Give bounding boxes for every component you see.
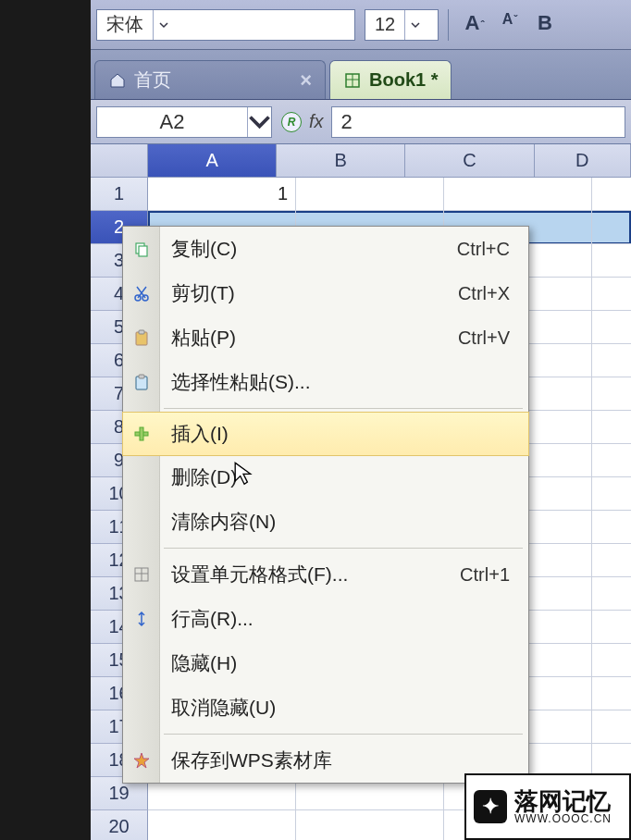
context-menu-item[interactable]: 清除内容(N) [123,500,528,544]
cell-D11[interactable] [592,511,631,544]
context-menu-separator [164,548,523,549]
context-menu-label: 删除(D) [171,464,237,490]
blank-icon [130,511,153,533]
formula-input[interactable]: 2 [331,106,625,138]
context-menu-shortcut: Ctrl+1 [460,564,510,586]
select-all-corner[interactable] [91,144,148,178]
cell-D12[interactable] [592,544,631,577]
cell-D2[interactable] [592,211,631,244]
formula-bar: A2 R fx 2 [91,100,631,144]
chevron-down-icon [247,107,271,137]
context-menu-item[interactable]: 选择性粘贴(S)... [123,360,528,404]
decrease-font-button[interactable]: Aˇ [493,11,526,39]
cell-A20[interactable] [148,810,296,840]
column-headers: ABCD [148,144,631,178]
toolbar-separator [448,9,449,41]
blank-icon [130,466,153,488]
cell-D16[interactable] [592,677,631,710]
chevron-down-icon [404,10,425,40]
row-header-1[interactable]: 1 [91,178,148,211]
increase-font-button[interactable]: Aˆ [458,11,491,39]
cell-A1[interactable]: 1 [148,178,296,211]
context-menu-item[interactable]: 删除(D) [123,455,528,500]
cell-D10[interactable] [592,477,631,511]
context-menu-label: 剪切(T) [171,280,235,306]
watermark: ✦ 落网记忆 WWW.OOOC.CN [464,773,631,840]
column-header-D[interactable]: D [535,144,631,178]
context-menu-label: 设置单元格格式(F)... [171,562,348,587]
blank-icon [130,697,153,719]
context-menu-item[interactable]: 设置单元格格式(F)...Ctrl+1 [123,552,528,597]
column-header-A[interactable]: A [148,144,277,178]
watermark-url: WWW.OOOC.CN [514,813,612,824]
tab-home[interactable]: 首页 × [94,60,326,99]
context-menu[interactable]: 复制(C)Ctrl+C剪切(T)Ctrl+X粘贴(P)Ctrl+V选择性粘贴(S… [122,226,529,784]
row-header-20[interactable]: 20 [91,810,148,840]
context-menu-item[interactable]: 粘贴(P)Ctrl+V [123,315,528,360]
cell-D5[interactable] [592,311,631,344]
font-size-buttons: Aˆ Aˇ B [458,11,562,39]
watermark-title: 落网记忆 [514,789,612,813]
font-name-value: 宋体 [97,12,153,37]
context-menu-item[interactable]: 插入(I) [122,412,529,456]
blank-icon [130,652,153,674]
context-menu-item[interactable]: 取消隐藏(U) [123,686,528,730]
context-menu-label: 粘贴(P) [171,325,236,351]
tab-book1[interactable]: Book1 * [329,60,452,99]
close-icon[interactable]: × [300,68,312,93]
app-screen: 宋体 12 Aˆ Aˇ B 首页 × Book1 * [91,0,631,840]
cell-D6[interactable] [592,344,631,377]
font-name-dropdown[interactable]: 宋体 [96,9,355,41]
context-menu-label: 行高(R)... [171,606,254,632]
context-menu-shortcut: Ctrl+V [458,327,510,349]
svg-rect-2 [139,246,147,256]
cell-D1[interactable] [592,178,631,211]
rowheight-icon [130,608,153,630]
cell-C1[interactable] [444,178,592,211]
context-menu-item[interactable]: 隐藏(H) [123,641,528,686]
cell-D17[interactable] [592,710,631,744]
context-menu-label: 复制(C) [171,236,237,262]
context-menu-shortcut: Ctrl+C [457,239,510,260]
star-icon [130,749,153,772]
cell-D4[interactable] [592,278,631,311]
fx-label[interactable]: fx [309,111,324,132]
paste-icon [130,327,153,349]
home-icon [108,71,127,90]
context-menu-item[interactable]: 复制(C)Ctrl+C [123,227,528,271]
cell-D13[interactable] [592,577,631,611]
context-menu-label: 取消隐藏(U) [171,695,276,721]
svg-rect-6 [139,330,144,334]
font-size-value: 12 [365,14,404,35]
cell-D3[interactable] [592,244,631,278]
context-menu-item[interactable]: 行高(R)... [123,597,528,641]
cell-B20[interactable] [296,810,444,840]
cell-D7[interactable] [592,377,631,411]
context-menu-separator [164,408,523,409]
cell-D14[interactable] [592,611,631,644]
cell-D18[interactable] [592,744,631,777]
bold-button[interactable]: B [528,11,562,39]
formula-value: 2 [341,110,353,134]
cell-B1[interactable] [296,178,444,211]
font-size-dropdown[interactable]: 12 [365,9,439,41]
clipboard-icon [130,371,153,393]
name-box-value: A2 [97,110,247,134]
cell-D8[interactable] [592,411,631,444]
format-icon [130,563,153,586]
cell-D9[interactable] [592,444,631,477]
context-menu-label: 隐藏(H) [171,650,237,676]
document-tabs: 首页 × Book1 * [91,50,631,100]
spreadsheet-icon [343,71,362,90]
context-menu-separator [164,734,523,735]
column-header-C[interactable]: C [405,144,534,178]
formula-wizard-icon[interactable]: R [281,112,302,132]
column-header-B[interactable]: B [277,144,405,178]
cell-D15[interactable] [592,644,631,677]
chevron-down-icon [153,10,173,40]
insert-icon [130,423,153,445]
context-menu-label: 保存到WPS素材库 [171,747,332,773]
name-box[interactable]: A2 [96,106,272,138]
context-menu-item[interactable]: 剪切(T)Ctrl+X [123,271,528,315]
format-toolbar: 宋体 12 Aˆ Aˇ B [91,0,631,50]
